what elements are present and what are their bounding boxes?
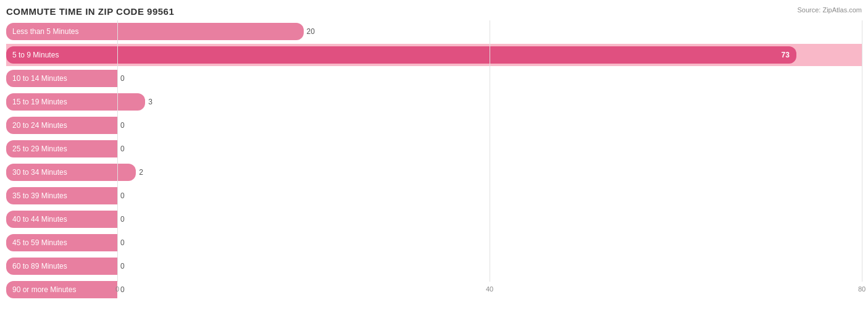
bar-value-label: 0: [120, 285, 125, 294]
bar-label: 5 to 9 Minutes: [6, 46, 117, 64]
grid-line: [862, 20, 862, 282]
grid-label: 40: [486, 285, 493, 293]
grid-line: [117, 20, 118, 282]
bar-label: 15 to 19 Minutes: [6, 93, 117, 111]
grid-line: [490, 20, 490, 282]
grid-label: 80: [858, 285, 866, 293]
bar-row: 90 or more Minutes0: [6, 279, 862, 301]
bar-label: Less than 5 Minutes: [6, 23, 117, 40]
bar-label: 45 to 59 Minutes: [6, 234, 117, 251]
chart-container: COMMUTE TIME IN ZIP CODE 99561 Source: Z…: [0, 0, 868, 323]
bar-label: 10 to 14 Minutes: [6, 70, 117, 87]
bar-label: 20 to 24 Minutes: [6, 117, 117, 134]
chart-area: Less than 5 Minutes205 to 9 Minutes7310 …: [6, 20, 862, 294]
grid-lines: 04080: [117, 20, 862, 282]
bar-label: 35 to 39 Minutes: [6, 187, 117, 204]
bar-label: 60 to 89 Minutes: [6, 258, 117, 275]
source-label: Source: ZipAtlas.com: [797, 6, 862, 14]
chart-title: COMMUTE TIME IN ZIP CODE 99561: [6, 6, 862, 17]
bar-label: 90 or more Minutes: [6, 281, 117, 298]
grid-label: 0: [115, 285, 119, 293]
bar-label: 25 to 29 Minutes: [6, 140, 117, 157]
bar-label: 30 to 34 Minutes: [6, 164, 117, 181]
bar-label: 40 to 44 Minutes: [6, 211, 117, 228]
